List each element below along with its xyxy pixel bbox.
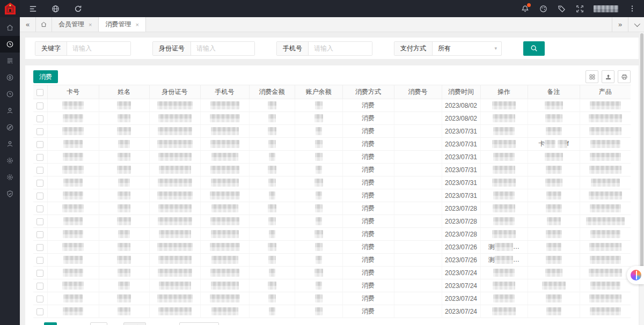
cell-phone bbox=[200, 202, 249, 215]
row-checkbox[interactable] bbox=[36, 141, 43, 148]
notification-bell-icon[interactable] bbox=[521, 4, 529, 13]
cell-number bbox=[394, 215, 442, 228]
redacted-value bbox=[210, 166, 239, 174]
phone-filter: 手机号 bbox=[276, 41, 372, 56]
row-checkbox[interactable] bbox=[36, 115, 43, 122]
row-checkbox[interactable] bbox=[36, 154, 43, 161]
row-checkbox[interactable] bbox=[36, 167, 43, 174]
payment-select[interactable]: 所有 ▾ bbox=[433, 42, 501, 55]
row-checkbox[interactable] bbox=[36, 231, 43, 238]
current-page-badge[interactable]: 1 bbox=[44, 322, 57, 325]
row-checkbox[interactable] bbox=[36, 128, 43, 135]
app-logo[interactable] bbox=[0, 0, 20, 17]
cell-amount bbox=[249, 112, 295, 125]
row-checkbox[interactable] bbox=[36, 193, 43, 200]
keyword-input[interactable] bbox=[67, 42, 130, 55]
row-checkbox[interactable] bbox=[36, 180, 43, 187]
cell-idcard bbox=[149, 164, 200, 176]
keyword-label: 关键字 bbox=[35, 42, 67, 55]
menu-collapse-icon[interactable] bbox=[28, 4, 37, 13]
phone-input[interactable] bbox=[309, 42, 372, 55]
close-icon[interactable]: × bbox=[89, 21, 92, 28]
sidebar-item-module-2[interactable] bbox=[0, 86, 20, 102]
redacted-value bbox=[546, 243, 561, 251]
sidebar-item-users[interactable] bbox=[0, 136, 20, 152]
row-checkbox[interactable] bbox=[36, 283, 43, 290]
cell-amount bbox=[249, 254, 295, 267]
table-row: 消费2023/07/31 bbox=[33, 176, 631, 189]
cell-phone bbox=[200, 305, 249, 318]
cell-method: 消费 bbox=[342, 125, 394, 138]
tab-label: 会员管理 bbox=[58, 20, 84, 29]
row-checkbox[interactable] bbox=[36, 102, 43, 109]
cell-idcard bbox=[149, 254, 200, 267]
idcard-label: 身份证号 bbox=[153, 42, 191, 55]
redacted-value bbox=[211, 153, 238, 161]
cell-number bbox=[394, 305, 442, 318]
cell-name bbox=[99, 112, 149, 125]
cell-method: 消费 bbox=[342, 189, 394, 202]
tabs-scroll-right-button[interactable]: » bbox=[612, 17, 628, 32]
tab-consumption-management[interactable]: 消费管理 × bbox=[99, 17, 145, 32]
row-checkbox[interactable] bbox=[36, 244, 43, 251]
redacted-value bbox=[493, 191, 515, 200]
sidebar-item-home[interactable] bbox=[0, 19, 20, 36]
redacted-value bbox=[268, 140, 276, 148]
redacted-value bbox=[315, 243, 323, 251]
sidebar-item-module-1[interactable] bbox=[0, 69, 20, 86]
user-icon bbox=[6, 140, 14, 148]
refresh-icon[interactable] bbox=[74, 4, 82, 13]
redacted-value bbox=[211, 204, 238, 212]
sidebar-item-security[interactable] bbox=[0, 186, 20, 202]
sidebar-item-consumption[interactable] bbox=[0, 36, 20, 53]
page-size-select[interactable]: 20 条/页 ▾ bbox=[179, 322, 219, 325]
sidebar-item-settings-1[interactable] bbox=[0, 152, 20, 169]
export-button[interactable] bbox=[602, 70, 614, 83]
row-checkbox[interactable] bbox=[36, 296, 43, 302]
cell-balance bbox=[295, 176, 342, 189]
row-checkbox[interactable] bbox=[36, 257, 43, 264]
scrollbar-thumb[interactable] bbox=[640, 33, 643, 272]
sidebar-item-module-3[interactable] bbox=[0, 119, 20, 136]
goto-confirm-button[interactable]: 确定 bbox=[123, 322, 146, 325]
cell-amount bbox=[249, 279, 295, 292]
redacted-value bbox=[493, 269, 515, 277]
assistant-float-button[interactable] bbox=[627, 266, 644, 284]
sidebar-item-report[interactable] bbox=[0, 53, 20, 69]
cell-checkbox bbox=[33, 241, 47, 254]
redacted-value bbox=[315, 153, 323, 161]
globe-icon[interactable] bbox=[51, 4, 60, 13]
search-icon bbox=[530, 45, 538, 52]
close-icon[interactable]: × bbox=[135, 21, 138, 28]
tabs-menu-button[interactable] bbox=[628, 17, 644, 32]
sidebar-item-members[interactable] bbox=[0, 102, 20, 119]
consume-button[interactable]: 消费 bbox=[33, 70, 58, 83]
cell-checkbox bbox=[33, 292, 47, 305]
cell-product bbox=[580, 151, 631, 164]
cell-idcard bbox=[149, 99, 200, 112]
search-button[interactable] bbox=[523, 41, 545, 56]
more-menu-icon[interactable] bbox=[628, 4, 636, 13]
tabs-scroll-left-button[interactable]: « bbox=[20, 17, 36, 32]
cell-time: 2023/08/02 bbox=[442, 112, 480, 125]
fullscreen-icon[interactable] bbox=[575, 4, 584, 13]
columns-filter-button[interactable] bbox=[586, 70, 598, 83]
row-checkbox[interactable] bbox=[36, 205, 43, 212]
current-user-name[interactable] bbox=[594, 5, 618, 12]
redacted-value bbox=[159, 230, 191, 238]
row-checkbox[interactable] bbox=[36, 270, 43, 277]
tab-member-management[interactable]: 会员管理 × bbox=[52, 17, 99, 32]
redacted-value bbox=[268, 243, 276, 251]
print-button[interactable] bbox=[618, 70, 631, 83]
select-all-checkbox[interactable] bbox=[36, 89, 43, 96]
cell-remark bbox=[528, 189, 580, 202]
theme-icon[interactable] bbox=[539, 4, 547, 13]
idcard-input[interactable] bbox=[191, 42, 254, 55]
phone-label: 手机号 bbox=[277, 42, 309, 55]
row-checkbox[interactable] bbox=[36, 308, 43, 315]
tab-home[interactable] bbox=[36, 17, 52, 32]
row-checkbox[interactable] bbox=[36, 218, 43, 225]
goto-page-input[interactable] bbox=[90, 322, 107, 325]
tag-icon[interactable] bbox=[557, 4, 566, 13]
sidebar-item-settings-2[interactable] bbox=[0, 169, 20, 186]
